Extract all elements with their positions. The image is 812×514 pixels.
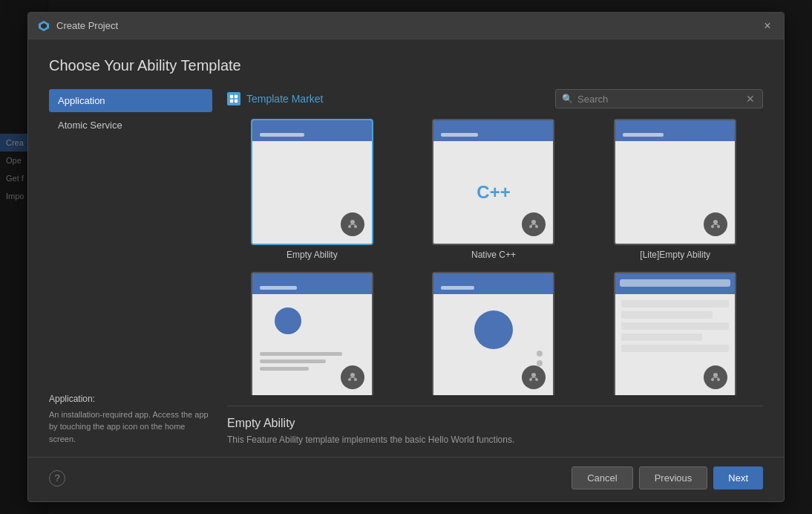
right-panel: Template Market 🔍 ✕ (227, 89, 763, 445)
svg-point-16 (713, 220, 718, 224)
search-clear-button[interactable]: ✕ (744, 93, 756, 105)
thumb-body (252, 141, 372, 244)
thumb-badge-cpp (522, 212, 546, 236)
template-thumb-5 (432, 272, 554, 395)
selected-template-info: Empty Ability This Feature Ability templ… (227, 406, 763, 445)
search-box[interactable]: 🔍 ✕ (555, 89, 763, 108)
svg-rect-5 (235, 100, 238, 103)
template-card-lite-empty[interactable]: [Lite]Empty Ability (590, 119, 760, 260)
svg-line-29 (531, 377, 534, 378)
dialog-heading: Choose Your Ability Template (49, 57, 763, 74)
template-card-5[interactable] (409, 272, 579, 395)
dialog-close-button[interactable]: × (760, 19, 775, 33)
svg-line-9 (350, 224, 353, 225)
svg-point-7 (348, 225, 351, 228)
svg-line-25 (353, 377, 356, 378)
template-type-list: Application Atomic Service (49, 89, 212, 137)
deveco-icon (37, 19, 50, 33)
thumb-badge-6 (704, 365, 727, 389)
thumb-header-4 (252, 273, 372, 294)
dialog-body: Choose Your Ability Template Application… (28, 39, 784, 457)
svg-point-22 (348, 378, 351, 381)
help-button[interactable]: ? (49, 470, 65, 487)
svg-rect-4 (230, 100, 233, 103)
thumb-body-4 (252, 294, 372, 395)
modal-overlay: Create Project × Choose Your Ability Tem… (0, 0, 812, 514)
svg-line-14 (531, 224, 534, 225)
template-thumb-lite-empty (614, 119, 736, 245)
thumb-header-bar-lite (623, 133, 664, 137)
footer-buttons: Cancel Previous Next (572, 466, 763, 489)
svg-point-8 (354, 225, 357, 228)
template-card-native-cpp[interactable]: C++ (409, 119, 579, 260)
svg-point-31 (713, 373, 718, 377)
thumb-header-cpp (433, 120, 553, 141)
next-button[interactable]: Next (713, 466, 763, 489)
create-project-dialog: Create Project × Choose Your Ability Tem… (27, 12, 785, 502)
thumb-badge-4 (341, 365, 364, 389)
templates-grid-wrapper[interactable]: Empty Ability C++ (227, 119, 763, 395)
right-panel-header: Template Market 🔍 ✕ (227, 89, 763, 108)
svg-point-33 (717, 378, 720, 381)
template-card-6[interactable] (590, 272, 760, 395)
svg-line-15 (534, 224, 537, 225)
svg-line-24 (350, 377, 353, 378)
svg-line-10 (353, 224, 356, 225)
thumb-header-bar-4 (260, 286, 297, 290)
thumb-header-bar (260, 133, 304, 137)
template-card-name-native-cpp: Native C++ (471, 250, 516, 260)
thumb-header-6 (615, 273, 735, 294)
dialog-title: Create Project (56, 20, 760, 31)
cancel-button[interactable]: Cancel (572, 466, 632, 489)
svg-point-13 (535, 225, 538, 228)
thumb-header-lite (615, 120, 735, 141)
svg-line-35 (716, 377, 718, 378)
app-description-text: An installation-required app. Access the… (49, 409, 212, 446)
thumb-badge (341, 212, 364, 236)
svg-point-23 (354, 378, 357, 381)
template-card-empty-ability[interactable]: Empty Ability (227, 119, 397, 260)
svg-rect-3 (235, 95, 238, 98)
thumb-circle-large-5 (474, 310, 513, 349)
previous-button[interactable]: Previous (639, 466, 708, 489)
left-panel: Application Atomic Service Application: … (49, 89, 212, 445)
thumb-header-5 (433, 273, 553, 294)
cpp-icon: C++ (477, 182, 510, 203)
template-card-name-empty-ability: Empty Ability (287, 250, 338, 260)
template-thumb-empty-ability (251, 119, 373, 245)
dialog-content: Application Atomic Service Application: … (49, 89, 763, 445)
thumb-badge-lite (704, 212, 727, 236)
svg-point-28 (535, 378, 538, 381)
template-thumb-native-cpp: C++ (432, 119, 554, 245)
svg-line-34 (713, 377, 716, 378)
template-card-name-lite-empty: [Lite]Empty Ability (640, 250, 710, 260)
template-type-application[interactable]: Application (49, 89, 212, 112)
template-thumb-6 (614, 272, 736, 395)
thumb-header-bar-5 (441, 286, 474, 290)
svg-point-21 (350, 373, 355, 377)
svg-line-30 (534, 377, 537, 378)
thumb-body-lite (615, 141, 735, 244)
svg-point-26 (531, 373, 536, 377)
thumb-circle-4 (275, 308, 301, 334)
selected-template-description: This Feature Ability template implements… (227, 435, 763, 445)
selected-template-name: Empty Ability (227, 417, 763, 430)
templates-grid: Empty Ability C++ (227, 119, 760, 395)
thumb-body-6 (615, 294, 735, 395)
thumb-body-5 (433, 294, 553, 395)
svg-point-12 (529, 225, 532, 228)
thumb-badge-5 (522, 365, 546, 389)
search-input[interactable] (577, 94, 744, 105)
template-card-4[interactable] (227, 272, 397, 395)
app-description: Application: An installation-required ap… (49, 382, 212, 446)
thumb-header (252, 120, 372, 141)
template-type-atomic-service[interactable]: Atomic Service (49, 114, 212, 137)
svg-rect-2 (230, 95, 233, 98)
thumb-body-cpp: C++ (433, 141, 553, 244)
thumb-lines-4 (260, 352, 342, 374)
svg-point-11 (531, 220, 536, 224)
template-market-link[interactable]: Template Market (227, 92, 323, 105)
svg-point-27 (529, 378, 532, 381)
template-thumb-4 (251, 272, 373, 395)
svg-point-18 (717, 225, 720, 228)
